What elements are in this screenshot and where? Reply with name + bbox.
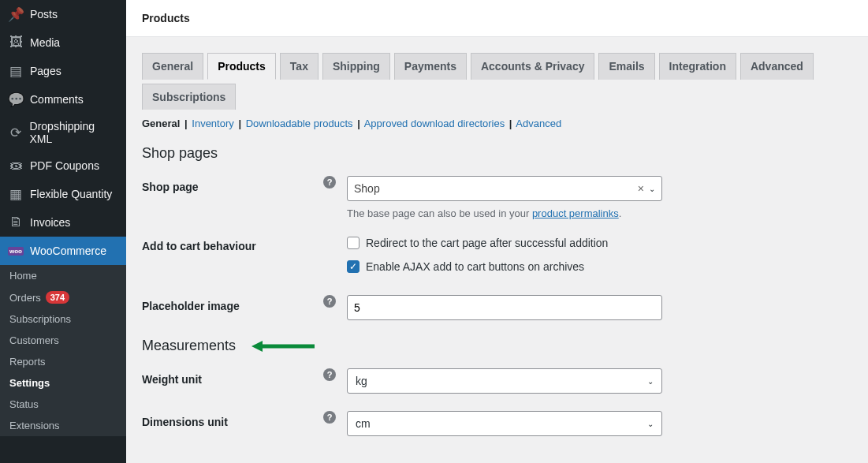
shop-page-value: Shop (354, 182, 380, 195)
checkbox-redirect-label: Redirect to the cart page after successf… (366, 237, 608, 249)
weight-unit-select[interactable]: kg ⌄ (347, 368, 662, 394)
menu-label: WooCommerce (30, 245, 106, 257)
tab-general[interactable]: General (142, 53, 203, 80)
tab-accounts[interactable]: Accounts & Privacy (471, 53, 595, 80)
help-icon[interactable]: ? (323, 368, 336, 381)
clear-icon[interactable]: × (638, 182, 644, 195)
tab-products[interactable]: Products (207, 53, 276, 80)
refresh-icon: ⟳ (8, 125, 24, 140)
pin-icon: 📌 (8, 6, 24, 22)
weight-unit-value: kg (356, 375, 367, 387)
submenu-label: Orders (9, 292, 41, 304)
placeholder-image-input[interactable] (347, 295, 662, 320)
subtab-downloadable[interactable]: Downloadable products (246, 118, 353, 129)
annotation-arrow-icon (251, 339, 315, 353)
sidebar-item-comments[interactable]: 💬Comments (0, 85, 126, 114)
tab-subscriptions[interactable]: Subscriptions (142, 84, 236, 110)
shop-page-select[interactable]: Shop ×⌄ (347, 176, 662, 201)
section-measurements: Measurements (142, 338, 852, 354)
label-add-to-cart: Add to cart behaviour (142, 237, 323, 252)
subtab-general[interactable]: General (142, 118, 180, 129)
dimensions-unit-value: cm (356, 417, 371, 430)
admin-sidebar: 📌Posts 🖼Media ▤Pages 💬Comments ⟳Dropship… (0, 0, 126, 463)
tab-shipping[interactable]: Shipping (322, 53, 390, 80)
menu-label: Invoices (30, 216, 70, 229)
sidebar-item-media[interactable]: 🖼Media (0, 28, 126, 57)
sidebar-item-invoices[interactable]: 🗎Invoices (0, 208, 126, 237)
section-shop-pages: Shop pages (142, 145, 852, 162)
page-icon: ▤ (8, 63, 24, 79)
sidebar-item-woocommerce[interactable]: wooWooCommerce (0, 237, 126, 265)
page-header: Products (126, 0, 868, 37)
checkbox-ajax[interactable]: ✓ (347, 260, 359, 273)
woocommerce-submenu: Home Orders374 Subscriptions Customers R… (0, 265, 126, 436)
permalinks-link[interactable]: product permalinks (532, 207, 619, 219)
help-icon[interactable]: ? (323, 295, 336, 308)
tab-payments[interactable]: Payments (394, 53, 467, 80)
chevron-down-icon: ⌄ (647, 377, 654, 386)
label-weight-unit: Weight unit (142, 368, 323, 386)
shop-page-hint: The base page can also be used in your p… (347, 207, 852, 219)
media-icon: 🖼 (8, 35, 24, 50)
submenu-customers[interactable]: Customers (0, 330, 126, 351)
submenu-reports[interactable]: Reports (0, 351, 126, 372)
submenu-orders[interactable]: Orders374 (0, 286, 126, 308)
submenu-subscriptions[interactable]: Subscriptions (0, 308, 126, 330)
help-icon[interactable]: ? (323, 411, 336, 424)
settings-tabs: General Products Tax Shipping Payments A… (142, 53, 852, 110)
tab-emails[interactable]: Emails (598, 53, 654, 80)
submenu-home[interactable]: Home (0, 265, 126, 286)
comment-icon: 💬 (8, 91, 24, 107)
tab-integration[interactable]: Integration (659, 53, 736, 80)
help-icon[interactable]: ? (323, 176, 336, 189)
subtab-approved[interactable]: Approved download directories (364, 118, 505, 129)
checkbox-redirect[interactable] (347, 237, 359, 249)
sidebar-item-pdfcoupons[interactable]: 🎟PDF Coupons (0, 151, 126, 180)
menu-label: Pages (30, 65, 61, 77)
menu-label: Dropshipping XML (30, 120, 118, 145)
subtab-inventory[interactable]: Inventory (192, 118, 233, 129)
orders-count-badge: 374 (46, 291, 69, 304)
svg-marker-1 (251, 341, 263, 352)
label-shop-page: Shop page (142, 176, 323, 193)
tab-advanced[interactable]: Advanced (740, 53, 814, 80)
menu-label: Media (30, 36, 60, 49)
sidebar-item-flexqty[interactable]: ▦Flexible Quantity (0, 180, 126, 208)
main-content: Products General Products Tax Shipping P… (126, 0, 868, 463)
coupon-icon: 🎟 (8, 158, 24, 174)
invoice-icon: 🗎 (8, 215, 24, 230)
page-title: Products (142, 12, 190, 24)
chevron-down-icon: ⌄ (647, 420, 654, 428)
sidebar-item-dropshipping[interactable]: ⟳Dropshipping XML (0, 114, 126, 151)
tab-tax[interactable]: Tax (280, 53, 319, 80)
woo-icon: woo (8, 243, 24, 259)
checkbox-ajax-label: Enable AJAX add to cart buttons on archi… (366, 260, 584, 273)
label-dimensions-unit: Dimensions unit (142, 411, 323, 428)
submenu-settings[interactable]: Settings (0, 372, 126, 394)
submenu-extensions[interactable]: Extensions (0, 415, 126, 436)
sidebar-item-posts[interactable]: 📌Posts (0, 0, 126, 28)
subtab-advanced[interactable]: Advanced (516, 118, 561, 129)
product-subtabs: General | Inventory | Downloadable produ… (142, 110, 852, 136)
dimensions-unit-select[interactable]: cm ⌄ (347, 411, 662, 436)
label-placeholder: Placeholder image (142, 295, 323, 312)
check-icon: ✓ (349, 262, 357, 271)
sidebar-item-pages[interactable]: ▤Pages (0, 57, 126, 85)
menu-label: PDF Coupons (30, 159, 99, 172)
chevron-down-icon: ⌄ (649, 185, 655, 193)
submenu-status[interactable]: Status (0, 394, 126, 415)
calculator-icon: ▦ (8, 186, 24, 202)
menu-label: Flexible Quantity (30, 188, 112, 200)
menu-label: Comments (30, 93, 84, 106)
menu-label: Posts (30, 8, 58, 21)
